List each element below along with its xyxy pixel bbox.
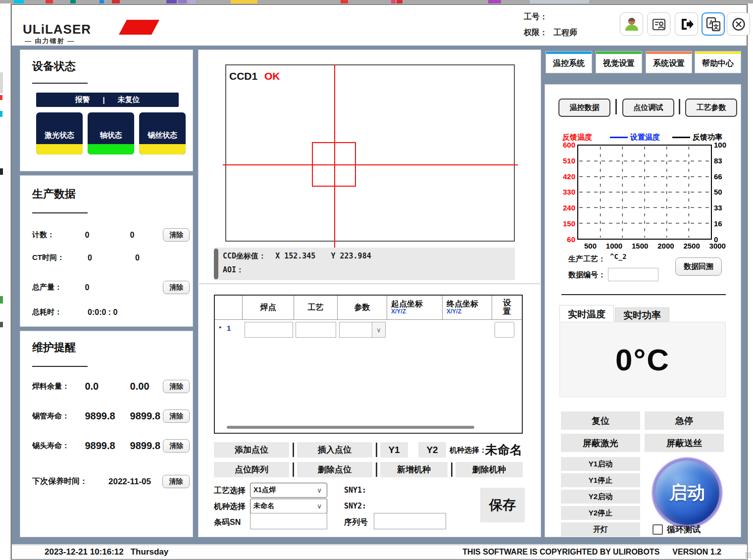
tab-label: 视觉设置 — [596, 54, 642, 73]
tab-help-center[interactable]: 帮助中心 — [695, 51, 741, 73]
divider — [32, 83, 88, 84]
insert-point-button[interactable]: 插入点位 — [297, 442, 372, 458]
legend-set-temp: 设置温度 — [610, 133, 660, 142]
logout-button[interactable] — [675, 12, 698, 36]
clear-tin-tube-button[interactable]: 清除 — [163, 409, 190, 423]
clear-tin-head-button[interactable]: 清除 — [163, 439, 190, 453]
craft-select-dropdown[interactable]: X1点焊 ∨ — [250, 483, 327, 498]
y1-table-button[interactable]: Y1 — [380, 442, 408, 458]
worker-id-label: 工号： — [524, 12, 548, 22]
y1-start-button[interactable]: Y1启动 — [561, 457, 640, 471]
point-array-button[interactable]: 点位阵列 — [214, 462, 289, 477]
next-maintain-date: 2022-11-05 — [108, 477, 162, 487]
language-translate-button[interactable]: A 文 — [702, 12, 725, 36]
count-value-2: 0 — [130, 231, 163, 240]
resize-grip[interactable] — [745, 552, 751, 558]
laser-status-label: 激光状态 — [36, 112, 83, 144]
legend-line-icon — [672, 137, 690, 138]
tab-realtime-power[interactable]: 实时功率 — [615, 307, 669, 323]
chevron-down-icon: ∨ — [372, 322, 385, 337]
logout-icon — [679, 16, 695, 32]
point-debug-button[interactable]: 点位调试 — [622, 99, 674, 117]
craft-param-button[interactable]: 工艺参数 — [685, 99, 737, 117]
col-setting: 设置 — [492, 296, 522, 319]
desktop-artifact — [0, 322, 3, 327]
model-select-label: 机种选择 — [214, 502, 246, 512]
col-param: 参数 — [338, 296, 387, 319]
cell-setting-button[interactable] — [495, 322, 514, 338]
cell-start-coord[interactable] — [389, 322, 441, 338]
brand-name: ULiLASER — [23, 22, 91, 37]
divider — [199, 283, 540, 284]
chart-grid — [578, 146, 711, 239]
laser-status-indicator — [36, 144, 83, 154]
clear-solder-button[interactable]: 清除 — [163, 380, 190, 393]
tab-system-settings[interactable]: 系统设置 — [646, 51, 692, 73]
table-row[interactable]: ● 1 ∨ — [215, 319, 522, 340]
cell-craft[interactable] — [296, 322, 336, 338]
add-point-button[interactable]: 添加点位 — [214, 442, 289, 458]
start-button[interactable]: 启动 — [653, 458, 722, 527]
y2-start-button[interactable]: Y2启动 — [561, 490, 640, 504]
reset-button[interactable]: 复位 — [561, 411, 640, 430]
divider — [561, 294, 726, 295]
delete-point-button[interactable]: 删除点位 — [297, 462, 372, 477]
light-on-button[interactable]: 开灯 — [561, 522, 640, 536]
model-select-dropdown-value: 未命名 — [251, 502, 312, 510]
mask-wire-button[interactable]: 屏蔽送丝 — [645, 434, 724, 452]
y2-stop-button[interactable]: Y2停止 — [561, 506, 640, 520]
estop-button[interactable]: 急停 — [645, 411, 724, 430]
production-craft-label: 生产工艺： — [568, 255, 605, 264]
data-number-input[interactable] — [608, 268, 658, 281]
weld-points-table[interactable]: 焊点 工艺 参数 起点坐标X/Y/Z 终点坐标X/Y/Z 设置 ● 1 ∨ — [214, 295, 523, 434]
axis-status-indicator — [88, 144, 134, 154]
data-trace-button[interactable]: 数据回溯 — [675, 257, 722, 276]
permission-label: 权限： — [524, 28, 548, 38]
chart-y-right-ticks: 10083665033160 — [714, 141, 732, 244]
add-model-button[interactable]: 新增机种 — [380, 462, 448, 477]
model-select-dropdown[interactable]: 未命名 ∨ — [250, 499, 327, 513]
tab-temperature-control[interactable]: 温控系统 — [546, 51, 592, 73]
clear-total-output-button[interactable]: 清除 — [163, 281, 190, 294]
y2-table-button[interactable]: Y2 — [418, 442, 446, 458]
wire-status-tile[interactable]: 锡丝状态 — [139, 112, 186, 154]
info-bar-accent — [214, 249, 218, 279]
start-button-label: 启动 — [669, 481, 705, 505]
desktop-artifact — [0, 296, 3, 304]
separator — [451, 462, 452, 477]
count-label: 计数： — [32, 230, 85, 240]
mask-laser-button[interactable]: 屏蔽激光 — [561, 434, 640, 452]
cell-param-dropdown[interactable]: ∨ — [339, 322, 386, 338]
cell-end-coord[interactable] — [445, 322, 490, 338]
copyright-text: THIS SOFTWARE IS COPYRIGHTED BY ULIROBOT… — [462, 548, 659, 557]
tab-realtime-temp[interactable]: 实时温度 — [559, 305, 614, 323]
serial-label: 序列号 — [344, 517, 368, 528]
status-copyright: THIS SOFTWARE IS COPYRIGHTED BY ULIROBOT… — [462, 548, 721, 557]
operator-record-button[interactable] — [647, 12, 670, 36]
ccd-viewport[interactable] — [225, 64, 515, 242]
save-button[interactable]: 保存 — [480, 488, 525, 522]
y1-stop-button[interactable]: Y1停止 — [561, 473, 640, 487]
tin-head-life-value-1: 9899.8 — [85, 440, 130, 452]
close-icon — [731, 16, 747, 32]
cycle-test-checkbox[interactable] — [653, 524, 663, 535]
cell-weld-point[interactable] — [245, 322, 293, 338]
user-avatar-button[interactable] — [620, 12, 643, 36]
chevron-down-icon: ∨ — [312, 502, 327, 510]
chart-x-ticks: 50010001500200025003000 — [578, 242, 726, 250]
clear-count-button[interactable]: 清除 — [163, 228, 190, 242]
tab-vision-settings[interactable]: 视觉设置 — [596, 51, 642, 73]
clear-next-maintain-button[interactable]: 清除 — [162, 475, 190, 488]
delete-model-button[interactable]: 删除机种 — [455, 462, 523, 477]
laser-status-tile[interactable]: 激光状态 — [36, 112, 83, 154]
table-horizontal-scrollbar[interactable] — [227, 426, 474, 429]
desktop-artifact — [0, 95, 2, 100]
axis-status-tile[interactable]: 轴状态 — [88, 112, 134, 154]
temp-data-button[interactable]: 温控数据 — [558, 99, 610, 117]
tin-head-life-value-2: 9899.8 — [130, 440, 163, 452]
close-window-button[interactable] — [727, 12, 750, 36]
barcode-sn-input[interactable] — [250, 513, 327, 529]
production-data-panel: 生产数据 计数： 0 0 清除 CT时间： 0 0 总产量： 0 清除 总耗时：… — [20, 175, 193, 327]
count-value-1: 0 — [85, 231, 130, 240]
serial-input[interactable] — [374, 513, 446, 529]
